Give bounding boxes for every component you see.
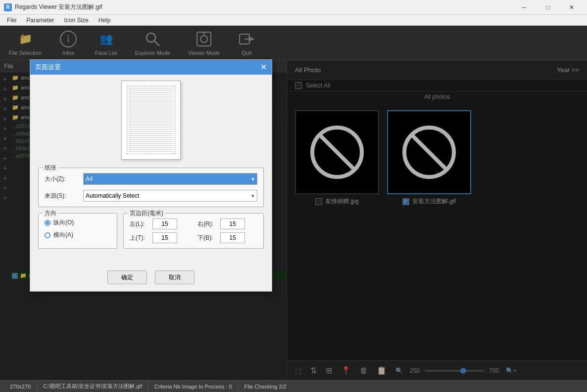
app-icon: R [4,3,12,11]
dialog-body: 纸张 大小(Z): A4 ▼ 来源(S): Automatically Sele… [30,75,272,266]
menu-parameter[interactable]: Parameter [21,16,59,25]
window-title: Regards Viewer 安装方法图解.gif [15,3,513,11]
title-bar: R Regards Viewer 安装方法图解.gif ─ □ ✕ [0,0,587,15]
dialog-title: 页面设置 [35,63,61,72]
paper-size-row: 大小(Z): A4 ▼ [45,173,257,185]
direction-margin-row: 方向 纵向(O) 横向(A) 页边距(毫米) 左(L): [38,213,264,255]
portrait-row[interactable]: 纵向(O) [45,218,111,227]
paper-source-row: 来源(S): Automatically Select ▼ [45,190,257,202]
margin-top-input[interactable] [152,232,177,243]
minimize-button[interactable]: ─ [513,0,536,15]
margin-top-row: 上(T): [130,232,190,243]
close-button[interactable]: ✕ [560,0,583,15]
portrait-label: 纵向(O) [53,218,74,227]
margin-grid: 左(L): 右(R): 上(T): 下(B): [130,218,257,243]
landscape-row[interactable]: 横向(A) [45,231,111,239]
size-select-wrapper: A4 ▼ [83,173,257,185]
margin-section: 页边距(毫米) 左(L): 右(R): 上(T): 下 [123,213,264,249]
source-select[interactable]: Automatically Select [83,190,257,202]
dialog-close-button[interactable]: ✕ [260,63,267,71]
margin-right-input[interactable] [220,218,245,229]
status-bar: 270x270 C:\图吧工具箱\安全证书\安装方法图解.gif Criteri… [0,380,587,392]
source-select-wrapper: Automatically Select ▼ [83,190,257,202]
menu-bar: File Parameter Icon Size Help [0,15,587,26]
size-select[interactable]: A4 [83,173,257,185]
confirm-button[interactable]: 确定 [107,270,147,284]
margin-left-input[interactable] [152,218,177,229]
paper-section-label: 纸张 [43,164,58,172]
portrait-radio[interactable] [45,220,50,226]
cancel-button[interactable]: 取消 [155,270,195,284]
paper-section: 纸张 大小(Z): A4 ▼ 来源(S): Automatically Sele… [38,168,264,207]
page-preview [121,81,181,160]
margin-left-row: 左(L): [130,218,190,229]
page-setup-dialog: 页面设置 ✕ [30,59,272,292]
maximize-button[interactable]: □ [537,0,559,15]
margin-top-label: 上(T): [130,234,149,242]
status-criteria: Criteria Nb Image to Process : 0 [148,381,239,392]
landscape-radio[interactable] [45,232,50,238]
dialog-title-bar: 页面设置 ✕ [30,60,272,75]
status-file-checking: File Checking 2/2 [239,381,293,392]
margin-bottom-input[interactable] [220,232,245,243]
landscape-label: 横向(A) [53,231,73,239]
status-dimensions: 270x270 [4,381,37,392]
dialog-footer: 确定 取消 [30,266,272,291]
preview-lines [129,88,173,152]
margin-section-label: 页边距(毫米) [128,209,165,218]
title-bar-controls: ─ □ ✕ [513,0,583,15]
menu-file[interactable]: File [2,16,21,25]
menu-help[interactable]: Help [94,16,116,25]
margin-right-label: 右(R): [197,220,217,228]
status-path: C:\图吧工具箱\安全证书\安装方法图解.gif [37,381,148,392]
direction-label: 方向 [43,209,58,218]
margin-bottom-label: 下(B): [197,234,217,242]
direction-section: 方向 纵向(O) 横向(A) [38,213,117,249]
margin-right-row: 右(R): [197,218,257,229]
margin-left-label: 左(L): [130,220,149,228]
source-label: 来源(S): [45,192,79,200]
margin-bottom-row: 下(B): [197,232,257,243]
preview-area [38,81,264,160]
size-label: 大小(Z): [45,175,79,183]
menu-icon-size[interactable]: Icon Size [59,16,93,25]
